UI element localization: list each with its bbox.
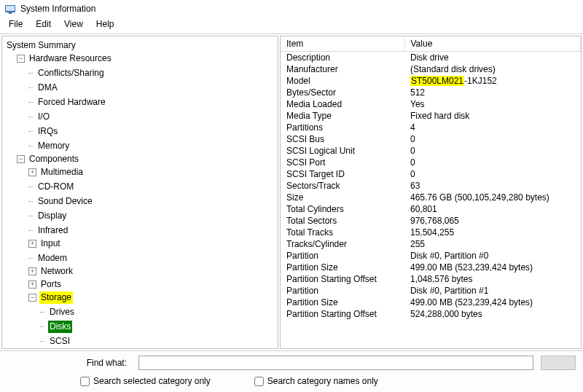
tree-item-forced-hardware[interactable]: Forced Hardware <box>27 96 109 109</box>
table-row[interactable]: PartitionDisk #0, Partition #0 <box>281 250 581 262</box>
cell-value: Yes <box>404 98 581 110</box>
checkbox-label: Search selected category only <box>93 376 211 386</box>
tree-hardware-resources[interactable]: − Hardware Resources <box>15 52 114 65</box>
table-row[interactable]: Sectors/Track63 <box>281 180 581 192</box>
menu-view[interactable]: View <box>58 17 89 31</box>
table-row[interactable]: Total Sectors976,768,065 <box>281 215 581 227</box>
table-row[interactable]: Partitions4 <box>281 122 581 133</box>
tree-item-cdrom[interactable]: CD-ROM <box>27 181 77 193</box>
checkbox-category-names[interactable]: Search category names only <box>254 376 378 386</box>
menubar: File Edit View Help <box>0 16 583 34</box>
tree-multimedia[interactable]: + Multimedia <box>27 166 86 179</box>
cell-value: 63 <box>404 180 581 192</box>
table-row[interactable]: Manufacturer(Standard disk drives) <box>281 63 581 75</box>
tree-components[interactable]: − Components <box>15 153 82 165</box>
table-row[interactable]: SCSI Port0 <box>281 157 581 168</box>
find-what-input[interactable] <box>138 356 533 370</box>
collapse-icon[interactable]: − <box>17 55 25 63</box>
cell-item: Media Loaded <box>281 98 404 110</box>
tree-root[interactable]: System Summary <box>4 39 79 52</box>
tree-item-sound[interactable]: Sound Device <box>27 195 95 208</box>
titlebar: System Information <box>0 0 583 16</box>
table-row[interactable]: Partition Size499.00 MB (523,239,424 byt… <box>281 297 581 308</box>
table-row[interactable]: Tracks/Cylinder255 <box>281 238 581 250</box>
table-row[interactable]: Bytes/Sector512 <box>281 87 581 98</box>
cell-item: Partition Starting Offset <box>281 308 404 320</box>
expand-icon[interactable]: + <box>28 267 36 275</box>
detail-table: Item Value DescriptionDisk driveManufact… <box>281 36 581 320</box>
table-row[interactable]: Partition Starting Offset524,288,000 byt… <box>281 308 581 320</box>
table-row[interactable]: Media TypeFixed hard disk <box>281 110 581 122</box>
cell-item: Total Sectors <box>281 215 404 227</box>
table-row[interactable]: PartitionDisk #0, Partition #1 <box>281 285 581 297</box>
table-row[interactable]: SCSI Bus0 <box>281 133 581 145</box>
cell-item: Model <box>281 75 404 87</box>
cell-value: (Standard disk drives) <box>404 63 581 75</box>
cell-value: 15,504,255 <box>404 227 581 238</box>
cell-item: Partition <box>281 285 404 297</box>
tree-item-modem[interactable]: Modem <box>27 252 70 264</box>
find-what-label: Find what: <box>7 358 131 368</box>
cell-item: Media Type <box>281 110 404 122</box>
cell-item: SCSI Logical Unit <box>281 145 404 157</box>
cell-value: 60,801 <box>404 203 581 215</box>
tree-item-dma[interactable]: DMA <box>27 82 60 94</box>
tree-item-io[interactable]: I/O <box>27 111 52 123</box>
table-row[interactable]: SCSI Logical Unit0 <box>281 145 581 157</box>
tree-ports[interactable]: + Ports <box>27 278 64 291</box>
tree-storage[interactable]: − Storage <box>27 291 74 304</box>
cell-item: Partition Size <box>281 262 404 273</box>
col-item[interactable]: Item <box>281 36 404 52</box>
cell-item: Partition Starting Offset <box>281 273 404 285</box>
tree-item-drives[interactable]: Drives <box>39 306 77 318</box>
table-row[interactable]: Size465.76 GB (500,105,249,280 bytes) <box>281 192 581 203</box>
collapse-icon[interactable]: − <box>17 155 25 163</box>
tree-input[interactable]: + Input <box>27 238 63 250</box>
menu-help[interactable]: Help <box>90 17 120 31</box>
table-row[interactable]: Partition Starting Offset1,048,576 bytes <box>281 273 581 285</box>
cell-value: ST500LM021-1KJ152 <box>404 75 581 87</box>
tree-item-conflicts[interactable]: Conflicts/Sharing <box>27 67 107 79</box>
tree-pane[interactable]: System Summary − Hardware Resources Conf… <box>1 36 278 349</box>
tree-label: Hardware Resources <box>28 52 113 65</box>
cell-item: Partition <box>281 250 404 262</box>
checkbox-label: Search category names only <box>267 376 378 386</box>
table-row[interactable]: Partition Size499.00 MB (523,239,424 byt… <box>281 262 581 273</box>
tree-item-memory[interactable]: Memory <box>27 140 72 152</box>
checkbox-input[interactable] <box>80 377 90 386</box>
expand-icon[interactable]: + <box>28 168 36 176</box>
checkbox-selected-category[interactable]: Search selected category only <box>80 376 211 386</box>
tree-item-irqs[interactable]: IRQs <box>27 125 60 138</box>
menu-edit[interactable]: Edit <box>30 17 57 31</box>
table-row[interactable]: SCSI Target ID0 <box>281 168 581 180</box>
menu-file[interactable]: File <box>3 17 28 31</box>
table-row[interactable]: DescriptionDisk drive <box>281 52 581 64</box>
table-row[interactable]: Media LoadedYes <box>281 98 581 110</box>
table-row[interactable]: Total Cylinders60,801 <box>281 203 581 215</box>
cell-value: Disk #0, Partition #1 <box>404 285 581 297</box>
tree-item-infrared[interactable]: Infrared <box>27 224 71 237</box>
tree-label: Components <box>28 153 80 165</box>
expand-icon[interactable]: + <box>28 281 36 289</box>
expand-icon[interactable]: + <box>28 240 36 248</box>
tree-item-display[interactable]: Display <box>27 210 69 222</box>
window-title: System Information <box>20 4 95 14</box>
tree-item-disks[interactable]: Disks <box>39 321 74 333</box>
cell-item: SCSI Target ID <box>281 168 404 180</box>
find-button[interactable] <box>541 356 576 370</box>
tree-network[interactable]: + Network <box>27 265 76 278</box>
collapse-icon[interactable]: − <box>28 294 36 302</box>
tree-item-scsi[interactable]: SCSI <box>39 335 73 348</box>
cell-value: Fixed hard disk <box>404 110 581 122</box>
cell-item: Tracks/Cylinder <box>281 238 404 250</box>
cell-value: Disk #0, Partition #0 <box>404 250 581 262</box>
col-value[interactable]: Value <box>404 36 581 52</box>
cell-item: Partition Size <box>281 297 404 308</box>
detail-pane[interactable]: Item Value DescriptionDisk driveManufact… <box>280 36 582 349</box>
cell-item: SCSI Bus <box>281 133 404 145</box>
table-row[interactable]: Total Tracks15,504,255 <box>281 227 581 238</box>
table-row[interactable]: ModelST500LM021-1KJ152 <box>281 75 581 87</box>
checkbox-input[interactable] <box>254 377 264 386</box>
cell-value: 976,768,065 <box>404 215 581 227</box>
cell-item: Description <box>281 52 404 64</box>
